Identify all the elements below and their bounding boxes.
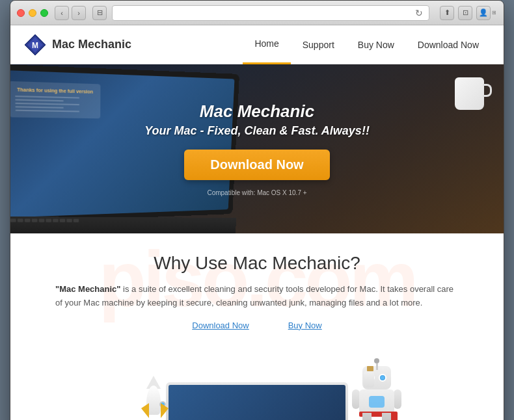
close-button[interactable] (17, 9, 25, 17)
svg-text:M: M (32, 41, 38, 50)
robot-leg-left (362, 413, 372, 420)
minimize-button[interactable] (29, 9, 36, 17)
why-download-link[interactable]: Download Now (192, 321, 249, 330)
address-bar[interactable]: ↻ (112, 5, 429, 21)
mug-body (455, 77, 484, 110)
usb-connector (367, 366, 373, 371)
back-button[interactable]: ‹ (55, 6, 69, 20)
why-desc-brand: "Mac Mechanic" (55, 284, 120, 294)
screen-line-2 (15, 99, 64, 102)
bottom-laptop-screen (169, 385, 345, 420)
mug-illustration (455, 77, 484, 110)
usb-body (364, 371, 374, 387)
why-title: Why Use Mac Mechanic? (36, 253, 478, 274)
screen-note-title: Thanks for using the full version (15, 86, 95, 96)
browser-actions: ⬆ ⊡ 👤 (440, 6, 491, 20)
key (10, 218, 16, 222)
why-buy-link[interactable]: Buy Now (288, 321, 322, 330)
nav-link-home[interactable]: Home (243, 25, 290, 64)
logo-icon: M (23, 33, 47, 57)
key (18, 218, 23, 222)
new-tab-button[interactable]: ⊡ (458, 6, 472, 20)
robot-antenna-ball (374, 358, 379, 363)
hero-section: Thanks for using the full version (10, 64, 504, 233)
screen-line-5 (16, 110, 80, 112)
robot-eye-right (379, 374, 386, 382)
nav-link-support[interactable]: Support (291, 25, 346, 64)
robot-illustration (351, 366, 403, 420)
screen-line-3 (15, 103, 79, 105)
mug-handle (483, 84, 492, 97)
robot-arm-right (394, 389, 401, 409)
robot-body (359, 389, 394, 414)
rocket-fin-left (141, 403, 149, 418)
hero-subtitle: Your Mac - Fixed, Clean & Fast. Always!! (144, 124, 370, 138)
usb-illustration (364, 366, 377, 389)
rocket-illustration (137, 376, 170, 420)
key (66, 219, 72, 222)
why-section: piso.com Why Use Mac Mechanic? "Mac Mech… (10, 233, 504, 356)
why-links: Download Now Buy Now (36, 321, 478, 330)
profile-button[interactable]: 👤 (476, 6, 491, 20)
key (25, 218, 31, 222)
share-button[interactable]: ⬆ (440, 6, 454, 20)
key (53, 219, 59, 222)
robot-chest (369, 396, 385, 408)
nav-links: Home Support Buy Now Download Now (243, 25, 491, 64)
laptop-keyboard (10, 217, 236, 233)
hero-content: Mac Mechanic Your Mac - Fixed, Clean & F… (144, 101, 370, 196)
robot-leg-right (382, 413, 391, 420)
bottom-illustration (10, 356, 504, 420)
key (60, 219, 65, 222)
traffic-lights (17, 9, 48, 17)
logo-area: M Mac Mechanic (23, 33, 243, 57)
key (74, 219, 79, 222)
bottom-laptop (166, 382, 348, 420)
hero-title: Mac Mechanic (144, 101, 370, 122)
bottom-laptop-body (166, 382, 348, 420)
screen-line-1 (15, 96, 79, 99)
screen-note: Thanks for using the full version (10, 81, 100, 119)
key (32, 218, 38, 222)
nav-link-buy[interactable]: Buy Now (346, 25, 406, 64)
nav-buttons: ‹ › (55, 6, 86, 20)
key (46, 219, 51, 222)
key (39, 218, 45, 222)
rocket-fin-right (161, 403, 169, 418)
resize-button[interactable]: ⊞ (491, 6, 497, 20)
website-content: M Mac Mechanic Home Support Buy Now Down… (10, 25, 504, 420)
browser-titlebar: ‹ › ⊟ ↻ ⬆ ⊡ 👤 ⊞ (10, 1, 504, 25)
hero-compat-text: Compatible with: Mac OS X 10.7 + (144, 189, 370, 196)
site-navigation: M Mac Mechanic Home Support Buy Now Down… (10, 25, 504, 64)
why-description: "Mac Mechanic" is a suite of excellent c… (55, 283, 459, 310)
site-logo-text: Mac Mechanic (52, 38, 131, 51)
browser-window: ‹ › ⊟ ↻ ⬆ ⊡ 👤 ⊞ M (10, 0, 504, 420)
key-rows (10, 217, 236, 224)
nav-link-download[interactable]: Download Now (406, 25, 491, 64)
maximize-button[interactable] (40, 9, 48, 17)
reload-button[interactable]: ↻ (412, 6, 426, 20)
tab-button[interactable]: ⊟ (92, 6, 107, 20)
screen-line-4 (15, 106, 64, 109)
forward-button[interactable]: › (72, 6, 86, 20)
hero-download-button[interactable]: Download Now (184, 150, 329, 180)
